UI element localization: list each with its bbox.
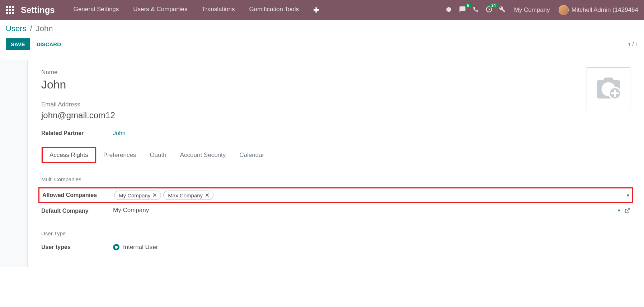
remove-tag-icon[interactable]: ✕ xyxy=(205,192,210,198)
top-navigation: Settings General Settings Users & Compan… xyxy=(0,0,644,20)
allowed-companies-label: Allowed Companies xyxy=(42,192,114,198)
notebook-tabs: Access Rights Preferences Oauth Account … xyxy=(41,147,630,163)
form-view: Name Email Address Related Partner John … xyxy=(0,60,644,267)
tab-account-security[interactable]: Account Security xyxy=(173,147,233,163)
name-label: Name xyxy=(41,69,321,76)
form-sheet: Name Email Address Related Partner John … xyxy=(27,60,644,267)
menu-add-icon[interactable]: ✚ xyxy=(306,3,326,17)
menu-users-companies[interactable]: Users & Companies xyxy=(126,3,194,17)
allowed-companies-value[interactable]: My Company ✕ Max Company ✕ ▾ xyxy=(114,191,629,200)
main-menu: General Settings Users & Companies Trans… xyxy=(66,3,326,17)
breadcrumb: Users / John xyxy=(6,24,638,33)
apps-icon[interactable] xyxy=(6,6,14,14)
breadcrumb-root[interactable]: Users xyxy=(6,24,26,33)
tools-icon[interactable] xyxy=(499,6,506,14)
section-multi-companies: Multi Companies xyxy=(41,176,630,182)
section-user-type: User Type xyxy=(41,230,630,236)
menu-translations[interactable]: Translations xyxy=(195,3,242,17)
user-name: Mitchell Admin (1429464 xyxy=(572,6,638,14)
breadcrumb-current: John xyxy=(36,24,53,33)
control-panel: Users / John SAVE DISCARD 1 / 1 xyxy=(0,20,644,60)
user-type-radio-group: Internal User xyxy=(113,244,158,251)
discard-button[interactable]: DISCARD xyxy=(32,38,66,50)
allowed-companies-row: Allowed Companies My Company ✕ Max Compa… xyxy=(38,187,633,203)
activities-badge: 24 xyxy=(489,3,497,8)
save-button[interactable]: SAVE xyxy=(6,38,30,50)
email-input[interactable] xyxy=(41,110,321,122)
bug-icon[interactable] xyxy=(445,6,452,15)
default-company-select[interactable]: My Company ▾ xyxy=(113,207,620,215)
messages-icon[interactable]: 5 xyxy=(459,6,466,15)
systray: 5 24 My Company Mitchell Admin (1429464 xyxy=(445,5,638,15)
dropdown-caret-icon[interactable]: ▾ xyxy=(627,192,629,198)
tab-oauth[interactable]: Oauth xyxy=(143,147,173,163)
menu-general-settings[interactable]: General Settings xyxy=(66,3,126,17)
messages-badge: 5 xyxy=(465,3,471,8)
tab-preferences[interactable]: Preferences xyxy=(97,147,143,163)
company-tag: Max Company ✕ xyxy=(163,191,213,200)
radio-label: Internal User xyxy=(123,244,158,251)
pager[interactable]: 1 / 1 xyxy=(628,41,638,47)
radio-internal-user[interactable] xyxy=(113,244,119,250)
user-types-label: User types xyxy=(41,244,113,250)
company-tag: My Company ✕ xyxy=(114,191,161,200)
app-title: Settings xyxy=(21,5,55,15)
email-label: Email Address xyxy=(41,101,321,108)
avatar xyxy=(559,5,569,15)
camera-plus-icon xyxy=(594,75,622,103)
name-input[interactable] xyxy=(41,77,321,93)
dropdown-caret-icon[interactable]: ▾ xyxy=(618,207,620,213)
activities-icon[interactable]: 24 xyxy=(485,6,493,15)
tab-calendar[interactable]: Calendar xyxy=(232,147,271,163)
user-menu[interactable]: Mitchell Admin (1429464 xyxy=(559,5,638,15)
remove-tag-icon[interactable]: ✕ xyxy=(152,192,157,198)
form-gutter xyxy=(0,60,27,267)
company-switcher[interactable]: My Company xyxy=(512,6,552,14)
default-company-label: Default Company xyxy=(41,208,113,214)
image-upload[interactable] xyxy=(587,67,630,111)
related-partner-label: Related Partner xyxy=(41,130,113,136)
menu-gamification-tools[interactable]: Gamification Tools xyxy=(242,3,306,17)
tab-access-rights[interactable]: Access Rights xyxy=(41,147,97,163)
external-link-icon[interactable] xyxy=(625,208,630,215)
phone-icon[interactable] xyxy=(473,6,479,14)
related-partner-link[interactable]: John xyxy=(113,130,126,136)
